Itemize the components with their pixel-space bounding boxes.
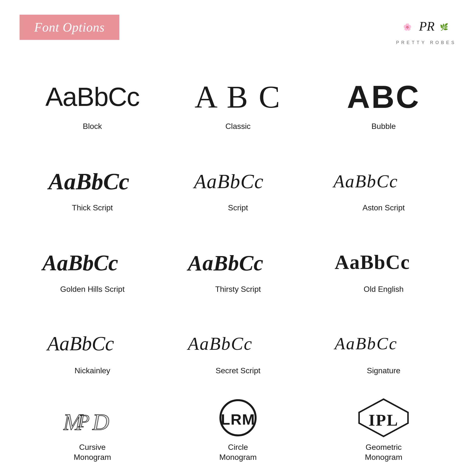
thick-script-label: Thick Script <box>72 203 113 213</box>
bubble-label: Bubble <box>372 121 396 132</box>
font-cell-bubble: ABC Bubble <box>311 65 457 146</box>
font-sample-geometric-monogram: IPL <box>313 398 454 437</box>
font-sample-bubble: ABC <box>313 77 454 117</box>
nickainley-label: Nickainley <box>75 366 110 376</box>
logo-brand: PRETTY ROBES <box>396 40 457 45</box>
svg-text:D: D <box>92 409 109 435</box>
signature-label: Signature <box>367 366 400 376</box>
font-sample-aston-script: AaBbCc <box>313 159 454 198</box>
thirsty-script-label: Thirsty Script <box>215 284 261 294</box>
font-sample-signature: AaBbCc <box>313 322 454 361</box>
svg-text:AaBbCc: AaBbCc <box>187 251 263 275</box>
svg-text:AaBbCc: AaBbCc <box>335 251 410 273</box>
font-sample-thick-script: AaBbCc <box>22 159 163 198</box>
fonts-grid: AaBbCc Block A B C Classic ABC Bubble Aa… <box>19 65 457 472</box>
font-cell-thick-script: AaBbCc Thick Script <box>19 146 165 228</box>
aston-script-label: Aston Script <box>362 203 405 213</box>
cursive-monogram-svg: M P D M P D <box>63 398 122 437</box>
font-sample-script: AaBbCc <box>168 159 308 198</box>
svg-text:PR: PR <box>419 19 435 33</box>
banner-title: Font Options <box>34 20 105 34</box>
signature-svg: AaBbCc <box>332 323 435 359</box>
script-svg: AaBbCc <box>191 160 285 197</box>
font-cell-aston-script: AaBbCc Aston Script <box>311 146 457 228</box>
font-cell-signature: AaBbCc Signature <box>311 309 457 391</box>
font-sample-cursive-monogram: M P D M P D <box>22 398 163 437</box>
logo-area: 🌸 PR 🌿 PRETTY ROBES <box>396 15 457 45</box>
font-options-banner: Font Options <box>19 15 119 40</box>
header: Font Options 🌸 PR 🌿 PRETTY ROBES <box>19 15 457 45</box>
nickainley-svg: AaBbCc <box>46 323 139 359</box>
font-sample-block: AaBbCc <box>22 77 163 117</box>
circle-monogram-label: Circle Monogram <box>220 442 257 462</box>
block-sample-text: AaBbCc <box>46 82 139 112</box>
logo-svg: 🌸 PR 🌿 <box>402 17 451 39</box>
golden-hills-label: Golden Hills Script <box>60 284 124 294</box>
font-cell-nickainley: AaBbCc Nickainley <box>19 309 165 391</box>
font-cell-circle-monogram: LRM Circle Monogram <box>165 391 311 472</box>
font-cell-old-english: AaBbCc Old English <box>311 228 457 309</box>
svg-text:IPL: IPL <box>369 411 398 429</box>
font-sample-circle-monogram: LRM <box>168 398 308 437</box>
svg-text:🌸: 🌸 <box>403 23 412 31</box>
svg-text:P: P <box>78 411 89 431</box>
old-english-svg: AaBbCc <box>332 241 435 278</box>
font-cell-block: AaBbCc Block <box>19 65 165 146</box>
font-cell-thirsty-script: AaBbCc Thirsty Script <box>165 228 311 309</box>
font-sample-secret-script: AaBbCc <box>168 322 308 361</box>
svg-text:LRM: LRM <box>221 411 255 428</box>
font-sample-classic: A B C <box>168 77 308 117</box>
script-label: Script <box>228 203 248 213</box>
svg-text:AaBbCc: AaBbCc <box>187 334 253 354</box>
svg-text:AaBbCc: AaBbCc <box>334 334 397 353</box>
font-cell-golden-hills: AaBbCc Golden Hills Script <box>19 228 165 309</box>
cursive-monogram-label: Cursive Monogram <box>74 442 111 462</box>
svg-text:🌿: 🌿 <box>440 23 448 31</box>
font-cell-classic: A B C Classic <box>165 65 311 146</box>
font-sample-thirsty-script: AaBbCc <box>168 240 308 279</box>
golden-hills-svg: AaBbCc <box>41 241 144 278</box>
svg-text:AaBbCc: AaBbCc <box>46 332 114 355</box>
font-cell-secret-script: AaBbCc Secret Script <box>165 309 311 391</box>
geometric-monogram-label: Geometric Monogram <box>365 442 402 462</box>
block-label: Block <box>83 121 102 132</box>
bubble-sample-text: ABC <box>347 79 420 115</box>
font-sample-golden-hills: AaBbCc <box>22 240 163 279</box>
circle-monogram-svg: LRM <box>214 398 262 437</box>
svg-text:AaBbCc: AaBbCc <box>193 170 264 192</box>
svg-text:AaBbCc: AaBbCc <box>41 251 118 275</box>
font-sample-old-english: AaBbCc <box>313 240 454 279</box>
old-english-label: Old English <box>364 284 404 294</box>
classic-label: Classic <box>225 121 251 132</box>
font-cell-cursive-monogram: M P D M P D Cursive Monogram <box>19 391 165 472</box>
secret-script-svg: AaBbCc <box>187 323 289 359</box>
font-cell-script: AaBbCc Script <box>165 146 311 228</box>
geometric-monogram-svg: IPL <box>354 398 413 437</box>
page-container: Font Options 🌸 PR 🌿 PRETTY ROBES Aa <box>0 0 476 476</box>
svg-text:AaBbCc: AaBbCc <box>47 168 129 194</box>
font-sample-nickainley: AaBbCc <box>22 322 163 361</box>
classic-sample-text: A B C <box>194 79 281 115</box>
svg-text:AaBbCc: AaBbCc <box>332 171 398 191</box>
aston-script-svg: AaBbCc <box>332 160 435 197</box>
secret-script-label: Secret Script <box>216 366 260 376</box>
thirsty-script-svg: AaBbCc <box>187 241 289 278</box>
thick-script-svg: AaBbCc <box>46 160 139 197</box>
font-cell-geometric-monogram: IPL Geometric Monogram <box>311 391 457 472</box>
